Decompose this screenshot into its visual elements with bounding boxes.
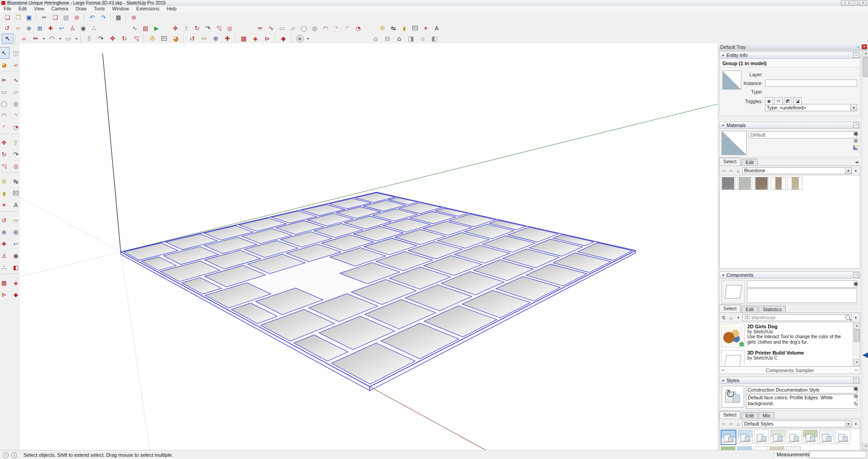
model-floor-group[interactable] — [121, 192, 636, 391]
axes-button[interactable]: ✶ — [420, 23, 431, 33]
zoom-extents-button[interactable]: ✚ — [45, 23, 56, 33]
previous-button[interactable]: ↩ — [56, 23, 67, 33]
rectangle-button[interactable]: ▭ — [62, 33, 74, 43]
eraser-button[interactable]: ▰ — [18, 33, 30, 43]
zoom-window-button[interactable]: ⊞ — [34, 23, 45, 33]
maximize-button[interactable]: □ — [850, 0, 858, 6]
circle-button[interactable]: ◯ — [0, 98, 9, 109]
extension-warehouse-button[interactable]: ◆ — [278, 33, 289, 43]
print-button[interactable]: ▦ — [113, 12, 124, 23]
run-extension-button[interactable]: ▶ — [151, 23, 162, 33]
walk-button[interactable]: ∴ — [0, 261, 9, 273]
measurements-input[interactable] — [809, 451, 866, 458]
tray-scrollbar[interactable]: ▲ ▼ — [862, 50, 868, 450]
styles-tab-mix[interactable]: Mix — [759, 412, 774, 419]
forward-icon[interactable]: ⇨ — [728, 421, 734, 427]
freehand-select-button[interactable]: ∿ — [129, 23, 140, 33]
model-canvas[interactable] — [20, 43, 718, 450]
in-model-icon[interactable]: ◗ — [853, 421, 859, 427]
new-button[interactable]: ❏ — [2, 12, 13, 23]
in-model-icon[interactable]: ◗ — [853, 167, 859, 174]
collection-dropdown[interactable]: Bluestone ▼ — [742, 167, 852, 174]
component-item[interactable]: D2D Girls Dogby SketchUpUse the Interact… — [720, 322, 860, 349]
rectangle-caret-button[interactable]: ▼ — [74, 34, 79, 43]
view-back-button[interactable]: ⌂ — [417, 33, 429, 43]
view-right-button[interactable]: ◨ — [405, 33, 417, 43]
rotate-button[interactable]: ↻ — [118, 33, 130, 43]
chevron-down-icon[interactable]: ▼ — [845, 168, 851, 174]
lock-toggle[interactable]: ⊓ — [774, 97, 783, 105]
display-pane-icon[interactable]: ▣ — [853, 280, 859, 287]
search-icon[interactable] — [845, 315, 850, 320]
menu-view[interactable]: View — [30, 6, 48, 12]
rectangle-button[interactable]: ▭ — [0, 86, 9, 98]
home-icon[interactable]: ⌂ — [735, 167, 741, 174]
components-tab-select[interactable]: Select — [719, 305, 741, 312]
create-style-icon[interactable]: ⊞ — [853, 393, 859, 399]
dimension-button[interactable]: ↹ — [388, 23, 399, 33]
component-desc-field[interactable] — [747, 289, 857, 303]
position-camera-button[interactable]: ♙ — [67, 23, 78, 33]
line-button[interactable]: ✏ — [255, 23, 266, 33]
materials-close-icon[interactable]: × — [853, 123, 859, 128]
view-left-button[interactable]: ◧ — [429, 33, 440, 43]
account-caret-button[interactable]: ▼ — [306, 34, 310, 43]
menu-camera[interactable]: Camera — [48, 6, 72, 12]
minimize-button[interactable]: − — [841, 0, 849, 6]
receive-shadows-toggle[interactable]: ◪ — [793, 97, 802, 105]
material-swatch[interactable] — [721, 177, 736, 190]
undo-button[interactable]: ↶ — [87, 12, 98, 23]
share-model-button[interactable]: ◈ — [250, 33, 261, 43]
open-button[interactable]: ❐ — [13, 12, 24, 23]
style-thumbnail[interactable] — [819, 430, 834, 444]
materials-tab-select[interactable]: Select — [719, 158, 741, 166]
style-thumbnail[interactable] — [835, 430, 850, 444]
three-point-arc-button[interactable]: ◜ — [342, 23, 353, 33]
copy-button[interactable]: ❑ — [50, 12, 61, 23]
menu-file[interactable]: File — [0, 6, 15, 12]
type-dropdown[interactable]: Type: <undefined> ▼ — [765, 104, 857, 111]
chevron-down-icon[interactable]: ▼ — [850, 104, 857, 111]
redo-button[interactable]: ↷ — [98, 12, 108, 23]
sample-swatch-icon[interactable] — [853, 145, 859, 150]
refresh-icon[interactable]: ↻ — [853, 401, 859, 407]
style-thumbnail[interactable] — [738, 430, 753, 444]
tape-measure-button[interactable]: ✇ — [377, 23, 388, 33]
back-icon[interactable]: ⇦ — [721, 421, 727, 427]
material-swatch[interactable] — [754, 177, 769, 190]
paint-bucket-button[interactable]: ◕ — [0, 59, 9, 71]
eyedropper-icon[interactable]: ✒ — [854, 159, 860, 166]
view-iso-button[interactable]: ⌂ — [370, 33, 382, 43]
axes-button[interactable]: ✶ — [0, 199, 9, 211]
zoom-extents-button[interactable]: ✚ — [0, 238, 9, 250]
orbit-button[interactable]: ↺ — [186, 33, 198, 43]
line-button[interactable]: ✏ — [0, 74, 9, 86]
select-button[interactable]: ↖ — [0, 47, 9, 59]
pan-button[interactable]: ⇔ — [198, 33, 210, 43]
menu-window[interactable]: Window — [108, 6, 132, 12]
generate-report-button[interactable]: ▤ — [140, 23, 151, 33]
position-camera-button[interactable]: ♙ — [0, 250, 9, 261]
pan-button[interactable]: ⇔ — [13, 23, 24, 33]
rotate-button[interactable]: ↻ — [192, 23, 203, 33]
share-component-button[interactable]: ⊳ — [261, 33, 273, 43]
pie-button[interactable]: ◔ — [353, 23, 363, 33]
forward-icon[interactable]: ⇨ — [854, 367, 860, 374]
text-button[interactable]: A1 — [158, 33, 170, 43]
model-viewport[interactable] — [20, 43, 718, 450]
components-tab-edit[interactable]: Edit — [741, 306, 758, 312]
back-icon[interactable]: ⇦ — [721, 167, 727, 174]
arc-caret-button[interactable]: ▼ — [58, 34, 62, 43]
move-button[interactable]: ✥ — [107, 33, 118, 43]
line-caret-button[interactable]: ▼ — [42, 34, 46, 43]
style-thumbnail[interactable] — [721, 430, 736, 445]
paste-button[interactable]: ▤ — [61, 12, 71, 23]
tray-collapse-icon[interactable]: ◀ — [862, 349, 868, 361]
zoom-button[interactable]: ⊕ — [210, 33, 222, 43]
push-pull-button[interactable]: ⇧ — [83, 33, 95, 43]
materials-tab-edit[interactable]: Edit — [741, 159, 758, 166]
material-swatch[interactable] — [771, 177, 786, 190]
display-pane-icon[interactable]: ▣ — [853, 385, 859, 392]
select-button[interactable]: ↖ — [2, 33, 14, 43]
scroll-up-icon[interactable]: ▲ — [853, 322, 860, 329]
